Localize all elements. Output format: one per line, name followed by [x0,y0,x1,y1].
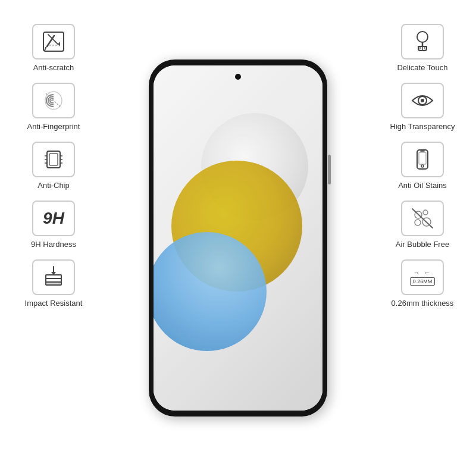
anti-fingerprint-label: Anti-Fingerprint [27,122,80,131]
thickness-icon-box: → ← 0.26MM [401,259,444,295]
svg-marker-5 [58,42,60,46]
svg-rect-19 [46,282,61,285]
thickness-value-label: 0.26MM [410,277,436,286]
high-transparency-icon-box [401,83,444,118]
svg-point-34 [423,210,428,215]
anti-scratch-icon-box [32,24,75,60]
9h-icon: 9H [43,210,64,227]
thickness-inner: → ← 0.26MM [410,269,436,286]
left-features: Anti-scratch Anti-Fingerprint [6,24,101,308]
right-features: Delicate Touch High Transparency [375,24,470,308]
9h-hardness-icon-box: 9H [32,201,75,236]
phone-clean-icon [410,148,435,171]
phone-side-button [328,155,331,184]
feature-anti-chip: Anti-Chip [32,142,75,190]
svg-point-28 [421,99,424,102]
impact-resistant-icon-box [32,259,75,295]
svg-rect-18 [46,275,61,278]
air-bubble-free-icon-box [401,201,444,236]
feature-high-transparency: High Transparency [390,83,455,131]
chip-icon [41,148,66,171]
anti-fingerprint-icon-box [32,83,75,118]
delicate-touch-icon-box [401,24,444,60]
feature-air-bubble-free: Air Bubble Free [396,201,449,249]
phone-device [149,60,327,416]
thickness-arrows-icon: → ← [413,269,431,276]
svg-rect-0 [43,32,64,51]
anti-oil-stains-label: Anti Oil Stains [398,181,447,190]
high-transparency-label: High Transparency [390,122,455,131]
air-bubble-free-label: Air Bubble Free [396,240,449,249]
svg-rect-10 [49,154,58,165]
feature-anti-fingerprint: Anti-Fingerprint [27,83,80,131]
bubble-icon [410,206,435,230]
fingerprint-icon [41,89,66,112]
impact-resistant-label: Impact Resistant [25,299,83,308]
main-container: Anti-scratch Anti-Fingerprint [0,0,476,476]
svg-point-22 [417,32,428,42]
phone-screen-content [154,65,322,411]
touch-icon [410,30,435,54]
feature-anti-scratch: Anti-scratch [32,24,75,72]
anti-chip-icon-box [32,142,75,177]
scratch-icon [41,30,66,54]
svg-point-36 [415,220,421,226]
feature-anti-oil-stains: Anti Oil Stains [398,142,447,190]
feature-thickness: → ← 0.26MM 0.26mm thickness [392,259,454,308]
9h-hardness-label: 9H Hardness [31,240,76,249]
anti-scratch-label: Anti-scratch [33,63,74,72]
phone-outer-frame [149,60,327,416]
svg-rect-30 [419,152,426,164]
thickness-label: 0.26mm thickness [392,299,454,308]
feature-9h-hardness: 9H 9H Hardness [31,201,76,249]
anti-oil-stains-icon-box [401,142,444,177]
feature-delicate-touch: Delicate Touch [397,24,447,72]
svg-line-3 [45,48,46,51]
phone-screen [154,65,322,411]
eye-icon [410,89,435,112]
camera-hole [235,74,241,80]
svg-point-31 [421,165,424,167]
anti-chip-label: Anti-Chip [37,181,69,190]
impact-icon [41,265,66,289]
delicate-touch-label: Delicate Touch [397,63,447,72]
feature-impact-resistant: Impact Resistant [25,259,83,308]
